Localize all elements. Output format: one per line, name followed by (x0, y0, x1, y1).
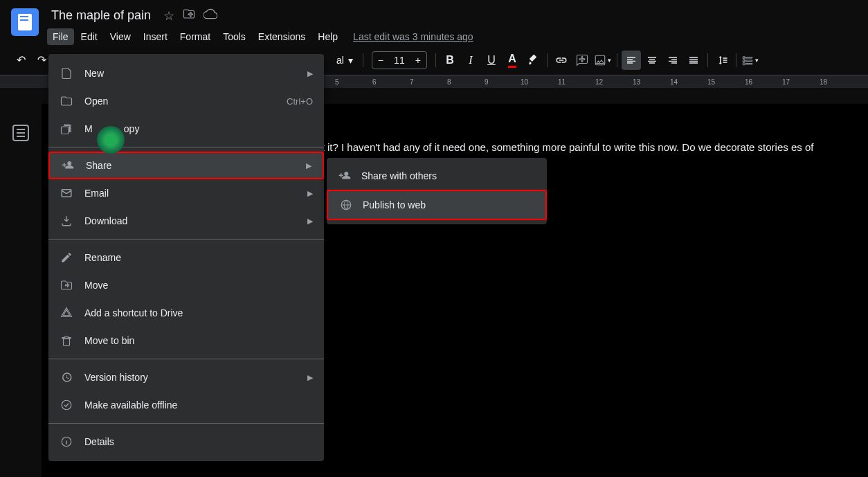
style-label: al (336, 55, 344, 66)
italic-button[interactable]: I (461, 51, 480, 70)
docs-logo[interactable] (11, 8, 39, 36)
menu-make-copy[interactable]: Make a copy (48, 115, 324, 143)
submenu-share-others[interactable]: Share with others (327, 162, 547, 190)
doc-title[interactable]: The maple of pain (47, 6, 155, 26)
insert-image-button[interactable]: ▾ (593, 51, 613, 70)
align-right-button[interactable] (663, 51, 682, 70)
menu-file[interactable]: File (47, 28, 74, 45)
download-icon (60, 214, 73, 228)
chevron-right-icon: ▶ (307, 373, 313, 382)
menu-available-offline[interactable]: Make available offline (48, 391, 324, 419)
globe-icon (339, 198, 353, 212)
menu-insert[interactable]: Insert (138, 28, 173, 45)
font-size-increase[interactable]: + (410, 52, 426, 69)
folder-move-icon (60, 278, 73, 292)
history-icon (60, 370, 73, 384)
checklist-button[interactable]: ▾ (741, 51, 760, 70)
share-submenu: Share with others Publish to web (327, 158, 547, 224)
menu-open[interactable]: Open Ctrl+O (48, 87, 324, 115)
submenu-publish-web[interactable]: Publish to web (327, 190, 547, 220)
font-size-decrease[interactable]: − (372, 52, 389, 69)
chevron-down-icon: ▾ (755, 57, 759, 64)
align-justify-button[interactable] (684, 51, 703, 70)
menu-help[interactable]: Help (312, 28, 343, 45)
file-menu: New ▶ Open Ctrl+O Make a copy Share ▶ Em… (48, 54, 324, 461)
avatar (97, 126, 125, 154)
menu-rename[interactable]: Rename (48, 244, 324, 271)
menu-share[interactable]: Share ▶ (48, 152, 324, 179)
chevron-down-icon: ▾ (348, 55, 353, 66)
menu-new[interactable]: New ▶ (48, 60, 324, 87)
menu-format[interactable]: Format (174, 28, 216, 45)
copy-icon (60, 122, 73, 136)
text-color-button[interactable]: A (503, 51, 522, 70)
offline-icon (60, 398, 73, 412)
menu-edit[interactable]: Edit (75, 28, 103, 45)
align-left-button[interactable] (622, 51, 641, 70)
menu-move[interactable]: Move (48, 271, 324, 299)
menu-add-shortcut[interactable]: Add a shortcut to Drive (48, 299, 324, 327)
chevron-right-icon: ▶ (307, 217, 313, 226)
folder-icon (60, 94, 73, 108)
last-edit-link[interactable]: Last edit was 3 minutes ago (353, 31, 473, 42)
menu-version-history[interactable]: Version history ▶ (48, 363, 324, 391)
menu-tools[interactable]: Tools (217, 28, 251, 45)
outline-icon[interactable] (12, 125, 29, 141)
person-add-icon (338, 169, 352, 183)
person-add-icon (61, 159, 75, 172)
font-size-value[interactable]: 11 (389, 55, 410, 66)
line-spacing-button[interactable] (712, 51, 732, 70)
chevron-right-icon: ▶ (307, 69, 313, 78)
svg-point-0 (62, 400, 71, 410)
chevron-right-icon: ▶ (307, 189, 313, 198)
star-icon[interactable]: ☆ (163, 8, 174, 24)
menu-details[interactable]: Details (48, 428, 324, 456)
menu-view[interactable]: View (105, 28, 136, 45)
drive-shortcut-icon (60, 306, 73, 320)
align-center-button[interactable] (642, 51, 662, 70)
insert-link-button[interactable] (552, 51, 571, 70)
trash-icon (60, 334, 73, 348)
menu-download[interactable]: Download ▶ (48, 207, 324, 235)
document-icon (60, 66, 73, 80)
undo-button[interactable]: ↶ (11, 51, 30, 70)
chevron-right-icon: ▶ (306, 161, 311, 170)
cloud-status-icon[interactable] (204, 7, 217, 24)
pencil-icon (60, 251, 73, 264)
style-select[interactable]: al ▾ (331, 55, 359, 66)
menu-extensions[interactable]: Extensions (253, 28, 311, 45)
bold-button[interactable]: B (440, 51, 460, 70)
menu-email[interactable]: Email ▶ (48, 179, 324, 207)
underline-button[interactable]: U (482, 51, 501, 70)
menu-move-to-bin[interactable]: Move to bin (48, 327, 324, 354)
info-icon (60, 435, 73, 449)
move-folder-icon[interactable] (183, 8, 195, 24)
highlight-button[interactable] (523, 51, 543, 70)
chevron-down-icon: ▾ (608, 57, 611, 64)
email-icon (60, 186, 73, 200)
add-comment-button[interactable] (572, 51, 592, 70)
